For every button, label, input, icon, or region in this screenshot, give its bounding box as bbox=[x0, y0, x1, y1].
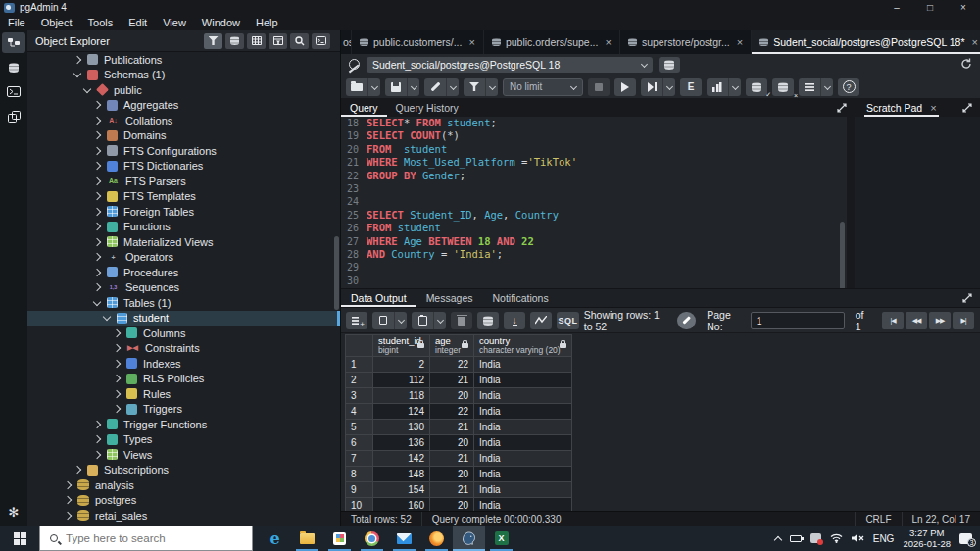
taskbar-app-firefox[interactable] bbox=[420, 526, 453, 551]
expander-icon[interactable] bbox=[93, 208, 101, 216]
menu-view[interactable]: View bbox=[155, 15, 194, 30]
filter-button[interactable] bbox=[204, 33, 222, 49]
menu-help[interactable]: Help bbox=[248, 15, 286, 30]
tree-item-sequences[interactable]: 1,3Sequences bbox=[27, 280, 340, 296]
tree-item-aggregates[interactable]: Aggregates bbox=[27, 98, 340, 114]
editor-line-18[interactable]: 18SELECT* FROM student; bbox=[341, 117, 847, 129]
expander-icon[interactable] bbox=[93, 451, 101, 459]
cell[interactable]: India bbox=[474, 404, 572, 420]
start-button[interactable] bbox=[0, 526, 39, 551]
expander-icon[interactable] bbox=[74, 70, 81, 77]
editor-tab-sudent-social-postgres-postgresql-18[interactable]: Sudent_social/postgres@PostgreSQL 18*× bbox=[752, 30, 980, 54]
cell[interactable]: India bbox=[474, 435, 572, 451]
volume-muted-icon[interactable] bbox=[852, 529, 864, 547]
editor-line-30[interactable]: 30 bbox=[341, 275, 847, 287]
expander-icon[interactable] bbox=[103, 313, 111, 321]
panel-divider[interactable] bbox=[847, 117, 855, 288]
execute-button[interactable] bbox=[614, 78, 636, 96]
panels-rail-icon[interactable] bbox=[2, 106, 25, 126]
editor-line-29[interactable]: 29 bbox=[341, 261, 847, 274]
cell[interactable]: India bbox=[474, 420, 572, 435]
expander-icon[interactable] bbox=[113, 405, 121, 413]
expander-icon[interactable] bbox=[93, 283, 101, 291]
tree-item-materialized-views[interactable]: Materialized Views bbox=[27, 234, 340, 250]
expander-icon[interactable] bbox=[113, 375, 121, 382]
cell[interactable]: 112 bbox=[373, 373, 430, 388]
sql-button[interactable]: SQL bbox=[557, 312, 579, 329]
row-number[interactable]: 4 bbox=[346, 404, 373, 420]
rollback-button[interactable]: × bbox=[772, 78, 794, 96]
cell[interactable]: India bbox=[474, 373, 572, 388]
tree-item-publications[interactable]: Publications bbox=[27, 52, 340, 68]
maximize-button[interactable]: □ bbox=[913, 0, 947, 15]
tree-item-fts-parsers[interactable]: AaFTS Parsers bbox=[27, 174, 340, 189]
cell[interactable]: 160 bbox=[373, 498, 430, 512]
tree-item-analysis[interactable]: analysis bbox=[27, 477, 340, 493]
tree-item-schemas-1[interactable]: Schemas (1) bbox=[27, 68, 340, 83]
cell[interactable]: India bbox=[474, 451, 572, 467]
taskbar-app-mail[interactable] bbox=[388, 526, 420, 551]
close-button[interactable]: × bbox=[947, 0, 980, 15]
language-indicator[interactable]: ENG bbox=[873, 533, 895, 544]
expand-output-icon[interactable] bbox=[962, 293, 972, 303]
refresh-layout-icon[interactable] bbox=[960, 56, 972, 74]
connection-dropdown[interactable]: Sudent_social/postgres@PostgreSQL 18 bbox=[367, 57, 653, 73]
expander-icon[interactable] bbox=[93, 238, 101, 246]
cell[interactable]: 22 bbox=[430, 404, 474, 420]
editor-tab-public-orders-supe[interactable]: public.orders/supe...× bbox=[484, 30, 620, 54]
expander-icon[interactable] bbox=[93, 162, 101, 170]
tab-data-output[interactable]: Data Output bbox=[341, 289, 416, 307]
minimize-button[interactable]: – bbox=[880, 0, 913, 15]
action-center-icon[interactable]: 3 bbox=[959, 533, 972, 544]
expander-icon[interactable] bbox=[93, 101, 101, 109]
tree-item-domains[interactable]: Domains bbox=[27, 128, 340, 144]
tree-item-subscriptions[interactable]: Subscriptions bbox=[27, 463, 340, 478]
paste-menu-button[interactable] bbox=[433, 312, 446, 329]
scratch-pad-area[interactable] bbox=[855, 117, 980, 288]
recorder-tray-icon[interactable] bbox=[810, 533, 821, 543]
query-tool-rail-icon[interactable] bbox=[2, 57, 25, 77]
macros-menu-button[interactable] bbox=[820, 78, 833, 96]
editor-line-20[interactable]: 20FROM student bbox=[341, 143, 847, 156]
wifi-icon[interactable] bbox=[830, 529, 843, 547]
editor-line-22[interactable]: 22GROUP BY Gender; bbox=[341, 170, 847, 182]
open-file-button[interactable] bbox=[346, 78, 368, 96]
cell[interactable]: India bbox=[474, 467, 572, 482]
tab-notifications[interactable]: Notifications bbox=[482, 289, 558, 307]
explain-button[interactable]: E bbox=[680, 78, 702, 96]
tree-item-constraints[interactable]: ▶◀Constraints bbox=[27, 341, 340, 357]
cell[interactable]: 20 bbox=[430, 467, 474, 482]
column-header-country[interactable]: countrycharacter varying (20) bbox=[474, 335, 572, 357]
copy-button[interactable] bbox=[372, 312, 394, 329]
search-objects-button[interactable] bbox=[290, 33, 309, 49]
row-number[interactable]: 8 bbox=[346, 467, 373, 482]
settings-rail-item[interactable]: ✻ bbox=[0, 505, 27, 520]
psql-tool-button[interactable] bbox=[312, 33, 330, 49]
tab-scratch-pad[interactable]: Scratch Pad × bbox=[864, 99, 939, 117]
tray-overflow-icon[interactable] bbox=[773, 535, 781, 543]
column-header-student-id[interactable]: student_idbigint bbox=[373, 335, 430, 357]
tree-item-functions[interactable]: Functions bbox=[27, 220, 340, 235]
expander-icon[interactable] bbox=[64, 496, 72, 504]
expander-icon[interactable] bbox=[93, 192, 101, 200]
row-number[interactable]: 9 bbox=[346, 482, 373, 498]
cell[interactable]: India bbox=[474, 388, 572, 404]
explain-analyze-button[interactable] bbox=[707, 78, 728, 96]
editor-line-28[interactable]: 28AND Country = 'India'; bbox=[341, 248, 847, 261]
editor-line-27[interactable]: 27WHERE Age BETWEEN 18 AND 22 bbox=[341, 235, 847, 248]
expander-icon[interactable] bbox=[113, 344, 121, 352]
expander-icon[interactable] bbox=[93, 435, 101, 443]
tree-item-types[interactable]: Types bbox=[27, 432, 340, 448]
editor-line-19[interactable]: 19SELECT COUNT(*) bbox=[341, 129, 847, 142]
cell[interactable]: India bbox=[474, 357, 572, 373]
execute-menu-button[interactable] bbox=[662, 78, 675, 96]
previous-page-button[interactable]: ◀◀ bbox=[906, 312, 927, 329]
tree-item-fts-configurations[interactable]: FTS Configurations bbox=[27, 143, 340, 159]
explain-analyze-menu-button[interactable] bbox=[728, 78, 741, 96]
close-icon[interactable]: × bbox=[605, 36, 611, 48]
tab-messages[interactable]: Messages bbox=[416, 289, 483, 307]
paste-button[interactable] bbox=[412, 312, 433, 329]
menu-window[interactable]: Window bbox=[194, 15, 248, 30]
view-data-button[interactable] bbox=[247, 33, 266, 49]
taskbar-app-explorer[interactable] bbox=[291, 526, 323, 551]
